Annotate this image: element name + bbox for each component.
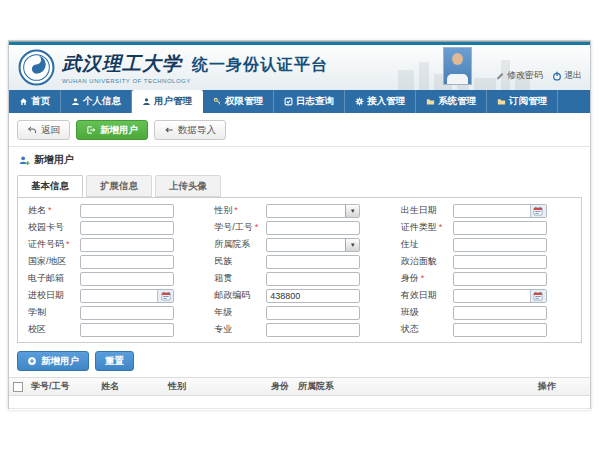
reset-button-label: 重置 [105,355,124,368]
nav-item-user-management[interactable]: 用户管理 [132,90,203,113]
calendar-button-birth-date[interactable] [530,205,546,217]
date-field-enroll-date [80,289,174,303]
add-user-toolbar-button[interactable]: 新增用户 [76,120,148,140]
tab-basic-info[interactable]: 基本信息 [17,175,83,197]
university-logo [18,49,55,86]
calendar-icon [533,206,543,216]
input-schooling-length[interactable] [80,306,174,320]
user-table: 学号/工号姓名性别身份所属院系操作 [9,377,590,409]
column-header[interactable]: 性别 [164,380,267,393]
input-student-id[interactable] [266,221,360,235]
select-value [267,239,345,251]
column-header[interactable]: 所属院系 [294,380,534,393]
calendar-icon [161,291,171,301]
data-import-button[interactable]: 数据导入 [154,120,226,140]
change-password-label: 修改密码 [507,69,543,82]
calendar-button-enroll-date[interactable] [157,290,173,302]
form-row: 校园卡号 学号/工号* 证件类型* [20,219,579,236]
form-row: 学制 年级 班级 [20,304,579,321]
input-postal-code[interactable] [266,289,360,303]
header: 武汉理工大学 统一身份认证平台 WUHAN UNIVERSITY OF TECH… [9,45,590,90]
add-user-toolbar-label: 新增用户 [100,124,138,137]
nav-item-log-query[interactable]: 日志查询 [274,90,345,113]
form-field-enroll-date: 进校日期 [20,289,206,303]
input-address[interactable] [453,238,547,252]
key-icon [213,97,222,106]
nav-item-home[interactable]: 首页 [9,90,61,113]
input-id-number[interactable] [80,238,174,252]
column-header[interactable]: 身份 [267,380,294,393]
input-grade[interactable] [266,306,360,320]
nav-item-system-management[interactable]: 系统管理 [416,90,487,113]
input-country-region[interactable] [80,255,174,269]
column-header[interactable]: 操作 [534,380,590,393]
select-all-cell [9,382,27,392]
app-window: 武汉理工大学 统一身份认证平台 WUHAN UNIVERSITY OF TECH… [8,40,591,409]
form-field-grade: 年级 [206,306,392,320]
back-button-label: 返回 [41,124,60,137]
form-tabs: 基本信息扩展信息上传头像 [9,175,590,197]
export-icon [86,125,96,135]
university-name: 武汉理工大学 [62,51,182,77]
form-field-department: 所属院系 ▼ [206,238,392,252]
form-field-political-status: 政治面貌 [393,255,579,269]
input-major[interactable] [266,323,360,337]
input-name[interactable] [80,204,174,218]
select-department[interactable]: ▼ [266,238,360,252]
input-native-place[interactable] [266,272,360,286]
input-identity[interactable] [453,272,547,286]
submit-add-user-label: 新增用户 [41,355,79,368]
reset-button[interactable]: 重置 [95,351,134,371]
input-enroll-date[interactable] [81,290,157,302]
form-row: 进校日期 邮政编码 有效日期 [20,287,579,304]
input-valid-date[interactable] [454,290,530,302]
form-field-postal-code: 邮政编码 [206,289,392,303]
back-arrow-icon [27,125,37,135]
form-field-native-place: 籍贯 [206,272,392,286]
nav-bar: 首页 个人信息 用户管理 权限管理 日志查询 接入管理 系统管理 订阅管理 [9,90,590,113]
form-row: 电子邮箱 籍贯 身份* [20,270,579,287]
input-class[interactable] [453,306,547,320]
input-email[interactable] [80,272,174,286]
chevron-down-icon[interactable]: ▼ [345,205,359,217]
tab-upload-avatar[interactable]: 上传头像 [155,175,221,197]
change-password-link[interactable]: 修改密码 [495,69,543,85]
gear-icon [355,97,364,106]
input-campus-card[interactable] [80,221,174,235]
input-political-status[interactable] [453,255,547,269]
user-icon [142,97,151,106]
input-ethnicity[interactable] [266,255,360,269]
nav-item-permission-management[interactable]: 权限管理 [203,90,274,113]
form-row: 姓名* 性别* ▼ 出生日期 [20,202,579,219]
input-birth-date[interactable] [454,205,530,217]
import-arrow-icon [164,125,174,135]
nav-item-access-management[interactable]: 接入管理 [345,90,416,113]
form-field-address: 住址 [393,238,579,252]
chevron-down-icon[interactable]: ▼ [345,239,359,251]
calendar-button-valid-date[interactable] [530,290,546,302]
form-field-gender: 性别* ▼ [206,204,392,218]
folder-icon [497,97,506,106]
platform-title: 统一身份认证平台 [192,55,328,76]
logout-link[interactable]: 退出 [552,69,582,85]
back-button[interactable]: 返回 [17,120,70,140]
column-header[interactable]: 姓名 [97,380,164,393]
select-value [267,205,345,217]
input-id-type[interactable] [453,221,547,235]
form-field-status: 状态 [393,323,579,337]
nav-item-profile[interactable]: 个人信息 [61,90,132,113]
select-all-checkbox[interactable] [13,382,23,392]
tab-extended-info[interactable]: 扩展信息 [86,175,152,197]
power-icon [552,71,562,81]
input-status[interactable] [453,323,547,337]
submit-add-user-button[interactable]: 新增用户 [17,351,89,371]
date-field-birth-date [453,204,547,218]
select-gender[interactable]: ▼ [266,204,360,218]
date-field-valid-date [453,289,547,303]
column-header[interactable]: 学号/工号 [27,380,97,393]
input-campus[interactable] [80,323,174,337]
logout-label: 退出 [564,69,582,82]
form-field-campus-card: 校园卡号 [20,221,206,235]
form-field-ethnicity: 民族 [206,255,392,269]
nav-item-subscription-management[interactable]: 订阅管理 [487,90,558,113]
